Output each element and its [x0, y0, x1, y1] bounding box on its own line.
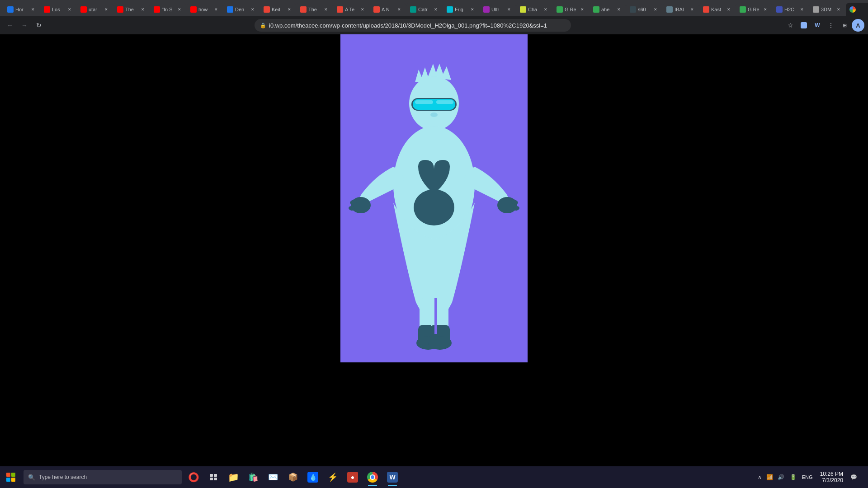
taskbar-amazon[interactable]: 📦: [283, 467, 303, 487]
tab-close[interactable]: ✕: [835, 6, 842, 13]
tab-label: Ultr: [491, 7, 499, 12]
tab-yt3[interactable]: The ✕: [113, 3, 150, 16]
back-button[interactable]: ←: [4, 19, 16, 32]
chrome-icon: [367, 472, 378, 483]
dropbox-icon: 💧: [307, 472, 318, 483]
tab-favicon: [44, 6, 50, 13]
taskbar-store[interactable]: 🛍️: [243, 467, 263, 487]
tab-yt4[interactable]: "In S ✕: [150, 3, 186, 16]
character-image-container: [340, 34, 528, 362]
tab-orange4[interactable]: A N ✕: [370, 3, 406, 16]
extensions-button[interactable]: [797, 19, 810, 32]
tab-close[interactable]: ✕: [616, 6, 622, 13]
tab-yt2[interactable]: utar ✕: [77, 3, 113, 16]
tab-close[interactable]: ✕: [652, 6, 659, 13]
forward-button[interactable]: →: [18, 19, 31, 32]
tab-close[interactable]: ✕: [359, 6, 366, 13]
tab-close[interactable]: ✕: [140, 6, 146, 13]
tab-close[interactable]: ✕: [689, 6, 695, 13]
chevron-up-icon[interactable]: ∧: [756, 472, 764, 482]
tab-close[interactable]: ✕: [469, 6, 476, 13]
bookmark-button[interactable]: ☆: [784, 19, 797, 32]
tab-lime1[interactable]: Cha ✕: [516, 3, 552, 16]
tab-bluegray1[interactable]: IBAI ✕: [663, 3, 699, 16]
tab-close[interactable]: ✕: [286, 6, 292, 13]
notification-icon[interactable]: 💬: [849, 472, 859, 482]
network-icon[interactable]: 📶: [764, 472, 775, 482]
tab-green2[interactable]: ahe ✕: [590, 3, 626, 16]
tab-close[interactable]: ✕: [323, 6, 329, 13]
svg-rect-29: [210, 478, 213, 480]
extension-button-2[interactable]: ⊞: [838, 19, 851, 32]
tab-green1[interactable]: G Re ✕: [553, 3, 589, 16]
tab-blue1[interactable]: Den ✕: [223, 3, 259, 16]
tab-indigo1[interactable]: H2C ✕: [773, 3, 809, 16]
taskbar-mail[interactable]: ✉️: [263, 467, 283, 487]
profile-button[interactable]: A: [852, 19, 864, 32]
w-icon[interactable]: W: [811, 19, 824, 32]
tab-cyan1[interactable]: Frig ✕: [443, 3, 479, 16]
tab-favicon: [337, 6, 343, 13]
tab-close[interactable]: ✕: [542, 6, 549, 13]
svg-rect-27: [210, 474, 213, 477]
tab-yt5[interactable]: how ✕: [187, 3, 223, 16]
taskbar-chrome[interactable]: [363, 467, 382, 487]
tab-active[interactable]: ✕: [846, 3, 868, 16]
store-icon: 🛍️: [248, 472, 259, 483]
taskbar-task-view[interactable]: [203, 467, 223, 487]
search-bar[interactable]: 🔍 Type here to search: [24, 470, 182, 484]
taskbar-spark[interactable]: ⚡: [323, 467, 343, 487]
tab-label: Cha: [528, 7, 537, 12]
tab-close[interactable]: ✕: [250, 6, 256, 13]
tab-dark1[interactable]: s60 ✕: [626, 3, 662, 16]
tab-close[interactable]: ✕: [66, 6, 73, 13]
reload-button[interactable]: ↻: [33, 19, 45, 32]
tab-favicon: [520, 6, 526, 13]
taskbar-red-app[interactable]: ●: [343, 467, 363, 487]
tab-orange3[interactable]: A Te ✕: [333, 3, 369, 16]
svg-point-10: [430, 113, 438, 117]
windows-logo: [6, 473, 15, 482]
tab-favicon: [373, 6, 380, 13]
tab-green3[interactable]: G Re ✕: [736, 3, 772, 16]
start-button[interactable]: [0, 466, 22, 488]
tab-label: 3DM: [821, 7, 831, 12]
battery-icon[interactable]: 🔋: [788, 472, 798, 482]
svg-point-14: [351, 197, 371, 213]
tab-orange2[interactable]: The ✕: [297, 3, 333, 16]
system-clock[interactable]: 10:26 PM 7/3/2020: [816, 469, 847, 485]
tab-favicon: [300, 6, 307, 13]
tab-gray1[interactable]: 3DM ✕: [809, 3, 845, 16]
tab-close[interactable]: ✕: [396, 6, 402, 13]
tab-close[interactable]: ✕: [176, 6, 183, 13]
tab-home[interactable]: Hor ✕: [4, 3, 40, 16]
settings-button[interactable]: ⋮: [825, 19, 837, 32]
taskbar-cortana[interactable]: ⭕: [184, 467, 203, 487]
taskbar-word[interactable]: W: [382, 467, 402, 487]
taskbar-dropbox[interactable]: 💧: [303, 467, 323, 487]
url-bar[interactable]: 🔒 i0.wp.com/theacee.com/wp-content/uploa…: [255, 19, 571, 32]
tab-close[interactable]: ✕: [103, 6, 109, 13]
taskbar: 🔍 Type here to search ⭕ 📁 🛍️ ✉️ 📦 💧 ⚡ ●: [0, 466, 868, 488]
tab-teal1[interactable]: Catr ✕: [406, 3, 443, 16]
tab-orange1[interactable]: Keit ✕: [260, 3, 296, 16]
search-icon: 🔍: [28, 474, 35, 481]
tab-close[interactable]: ✕: [726, 6, 732, 13]
tab-close[interactable]: ✕: [579, 6, 585, 13]
task-view-icon: [208, 472, 219, 483]
tab-close[interactable]: ✕: [762, 6, 769, 13]
show-desktop-button[interactable]: [861, 467, 864, 487]
tab-close[interactable]: ✕: [30, 6, 36, 13]
tab-close[interactable]: ✕: [433, 6, 439, 13]
tab-close[interactable]: ✕: [506, 6, 512, 13]
tab-yt1[interactable]: Los ✕: [40, 3, 76, 16]
address-bar: ← → ↻ 🔒 i0.wp.com/theacee.com/wp-content…: [0, 16, 868, 34]
speaker-icon[interactable]: 🔊: [776, 472, 786, 482]
tab-label: IBAI: [675, 7, 684, 12]
tab-close[interactable]: ✕: [213, 6, 219, 13]
browser-chrome: Hor ✕ Los ✕ utar ✕ The ✕ "In S ✕ how ✕: [0, 0, 868, 34]
tab-orange5[interactable]: Kast ✕: [699, 3, 736, 16]
tab-close[interactable]: ✕: [799, 6, 805, 13]
tab-purple1[interactable]: Ultr ✕: [480, 3, 516, 16]
taskbar-file-explorer[interactable]: 📁: [223, 467, 243, 487]
